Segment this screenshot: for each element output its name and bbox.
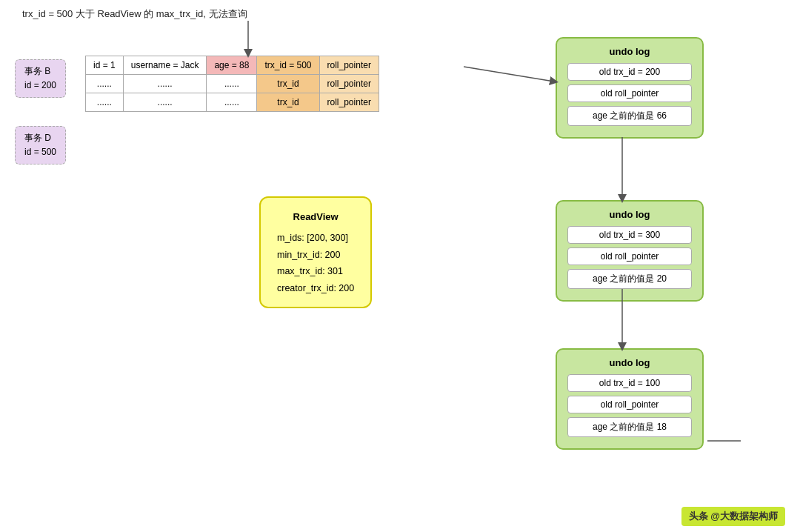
table-row: ..................trx_idroll_pointer xyxy=(86,75,379,93)
readview-box: ReadView m_ids: [200, 300]min_trx_id: 20… xyxy=(259,196,372,308)
undo-log-2-row-0: old trx_id = 300 xyxy=(567,226,692,244)
table-row: id = 1username = Jackage = 88trx_id = 50… xyxy=(86,56,379,75)
cell-r1-c4: roll_pointer xyxy=(319,75,379,93)
top-annotation: trx_id = 500 大于 ReadView 的 max_trx_id, 无… xyxy=(22,7,247,21)
transaction-b-line2: id = 200 xyxy=(24,79,56,93)
undo-log-1-title: undo log xyxy=(567,46,692,57)
cell-r0-c4: roll_pointer xyxy=(319,56,379,75)
undo-log-3-row-0: old trx_id = 100 xyxy=(567,374,692,392)
undo-log-1-row-2: age 之前的值是 66 xyxy=(567,106,692,126)
undo-log-2-row-1: old roll_pointer xyxy=(567,247,692,265)
data-table: id = 1username = Jackage = 88trx_id = 50… xyxy=(85,56,379,112)
cell-r2-c1: ...... xyxy=(123,93,207,112)
cell-r0-c1: username = Jack xyxy=(123,56,207,75)
cell-r1-c0: ...... xyxy=(86,75,124,93)
undo-log-3-row-1: old roll_pointer xyxy=(567,396,692,413)
svg-line-3 xyxy=(464,67,554,82)
cell-r2-c0: ...... xyxy=(86,93,124,112)
cell-r0-c0: id = 1 xyxy=(86,56,124,75)
undo-log-2-row-2: age 之前的值是 20 xyxy=(567,269,692,289)
transaction-d-line2: id = 500 xyxy=(24,145,56,159)
undo-log-3: undo logold trx_id = 100old roll_pointer… xyxy=(556,348,704,450)
undo-log-3-title: undo log xyxy=(567,357,692,368)
cell-r1-c3: trx_id xyxy=(257,75,319,93)
cell-r2-c2: ...... xyxy=(207,93,257,112)
readview-lines: m_ids: [200, 300]min_trx_id: 200max_trx_… xyxy=(277,230,354,296)
readview-line-1: min_trx_id: 200 xyxy=(277,247,354,264)
readview-line-3: creator_trx_id: 200 xyxy=(277,280,354,297)
cell-r2-c3: trx_id xyxy=(257,93,319,112)
watermark: 头条 @大数据架构师 xyxy=(681,507,785,526)
undo-log-1-row-1: old roll_pointer xyxy=(567,84,692,102)
cell-r1-c2: ...... xyxy=(207,75,257,93)
cell-r1-c1: ...... xyxy=(123,75,207,93)
transaction-d-line1: 事务 D xyxy=(24,131,56,145)
cell-r0-c3: trx_id = 500 xyxy=(257,56,319,75)
undo-log-3-row-2: age 之前的值是 18 xyxy=(567,417,692,437)
cell-r2-c4: roll_pointer xyxy=(319,93,379,112)
transaction-d-box: 事务 D id = 500 xyxy=(15,126,66,164)
table-row: ..................trx_idroll_pointer xyxy=(86,93,379,112)
undo-log-2-title: undo log xyxy=(567,209,692,220)
undo-log-1: undo logold trx_id = 200old roll_pointer… xyxy=(556,37,704,139)
transaction-b-line1: 事务 B xyxy=(24,64,56,79)
readview-title: ReadView xyxy=(277,208,354,225)
readview-line-2: max_trx_id: 301 xyxy=(277,263,354,280)
readview-line-0: m_ids: [200, 300] xyxy=(277,230,354,247)
cell-r0-c2: age = 88 xyxy=(207,56,257,75)
undo-log-1-row-0: old trx_id = 200 xyxy=(567,63,692,81)
undo-log-2: undo logold trx_id = 300old roll_pointer… xyxy=(556,200,704,302)
diagram-container: trx_id = 500 大于 ReadView 的 max_trx_id, 无… xyxy=(0,0,800,532)
transaction-b-box: 事务 B id = 200 xyxy=(15,59,66,98)
